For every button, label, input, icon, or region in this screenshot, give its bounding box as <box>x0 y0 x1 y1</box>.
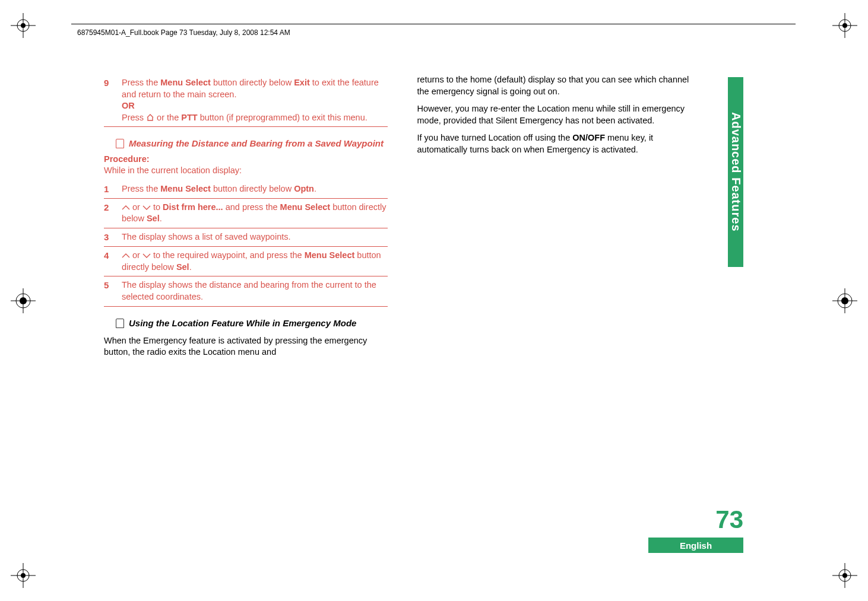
sel-key: Sel <box>176 262 189 272</box>
text: button directly below <box>211 184 294 193</box>
text: The display shows a list of saved waypoi… <box>122 232 291 241</box>
paragraph: returns to the home (default) display so… <box>417 74 701 97</box>
step-body: or to Dist frm here... and press the Men… <box>122 202 388 225</box>
onoff-label: ON/OFF <box>572 133 605 142</box>
menu-select-label: Menu Select <box>160 184 211 193</box>
paragraph: When the Emergency feature is activated … <box>104 335 388 358</box>
step-5: 5 The display shows the distance and bea… <box>104 276 388 306</box>
text: and press the <box>223 202 280 212</box>
text: button directly below <box>211 78 294 87</box>
content-columns: 9 Press the Menu Select button directly … <box>104 74 701 364</box>
procedure-desc: While in the current location display: <box>104 165 388 177</box>
crop-mark-icon <box>11 288 36 313</box>
heading-measuring: Measuring the Distance and Bearing from … <box>116 138 388 150</box>
crop-mark-icon <box>11 563 36 588</box>
step-9: 9 Press the Menu Select button directly … <box>104 74 388 127</box>
step-number: 4 <box>104 250 113 273</box>
exit-key: Exit <box>294 78 310 87</box>
step-body: Press the Menu Select button directly be… <box>122 183 388 195</box>
text: The display shows the distance and beari… <box>122 280 376 301</box>
step-number: 1 <box>104 183 113 195</box>
text: to the required waypoint, and press the <box>151 250 305 260</box>
text: Press <box>122 113 146 122</box>
text: or <box>130 202 142 212</box>
page-number-box: 73 <box>690 505 743 534</box>
down-arrow-icon <box>142 202 151 206</box>
step-number: 2 <box>104 202 113 225</box>
step-body: Press the Menu Select button directly be… <box>122 77 388 123</box>
ptt-label: PTT <box>181 113 197 122</box>
step-body: The display shows a list of saved waypoi… <box>122 231 388 243</box>
right-column: returns to the home (default) display so… <box>417 74 701 364</box>
step-number: 9 <box>104 77 113 123</box>
paragraph: However, you may re-enter the Location m… <box>417 103 701 126</box>
text: button (if preprogrammed) to exit this m… <box>198 113 368 122</box>
text: to <box>151 202 163 212</box>
crop-mark-icon <box>832 563 857 588</box>
down-arrow-icon <box>142 250 151 255</box>
crop-mark-icon <box>832 13 857 38</box>
or-label: OR <box>122 101 135 110</box>
text: Press the <box>122 78 160 87</box>
up-arrow-icon <box>122 202 130 206</box>
step-body: or to the required waypoint, and press t… <box>122 250 388 273</box>
up-arrow-icon <box>122 250 130 255</box>
note-icon <box>116 139 124 148</box>
step-number: 3 <box>104 231 113 243</box>
procedure-label: Procedure: <box>104 154 388 166</box>
step-4: 4 or to the required waypoint, and press… <box>104 247 388 276</box>
header-rule <box>71 24 796 24</box>
language-bar: English <box>648 538 743 553</box>
step-2: 2 or to Dist frm here... and press the M… <box>104 199 388 228</box>
text: . <box>314 184 316 193</box>
page-frame: 6875945M01-A_Full.book Page 73 Tuesday, … <box>71 24 796 575</box>
text: or <box>130 250 142 260</box>
step-number: 5 <box>104 279 113 303</box>
crop-mark-icon <box>832 288 857 313</box>
note-icon <box>116 319 124 328</box>
running-header: 6875945M01-A_Full.book Page 73 Tuesday, … <box>77 28 290 37</box>
section-tab: Advanced Features <box>728 77 743 267</box>
menu-select-label: Menu Select <box>160 78 211 87</box>
heading-text: Using the Location Feature While in Emer… <box>129 317 356 329</box>
dist-key: Dist frm here... <box>163 202 223 212</box>
text: If you have turned Location off using th… <box>417 133 573 142</box>
heading-emergency: Using the Location Feature While in Emer… <box>116 317 388 329</box>
text: . <box>189 262 192 272</box>
home-icon <box>146 113 154 120</box>
heading-text: Measuring the Distance and Bearing from … <box>129 138 384 150</box>
step-3: 3 The display shows a list of saved wayp… <box>104 228 388 247</box>
text: or the <box>154 113 181 122</box>
sel-key: Sel <box>147 214 160 223</box>
step-1: 1 Press the Menu Select button directly … <box>104 180 388 199</box>
menu-select-label: Menu Select <box>305 250 355 260</box>
crop-mark-icon <box>11 13 36 38</box>
step-body: The display shows the distance and beari… <box>122 279 388 303</box>
page-number: 73 <box>690 505 743 534</box>
paragraph: If you have turned Location off using th… <box>417 132 701 155</box>
left-column: 9 Press the Menu Select button directly … <box>104 74 388 364</box>
text: Press the <box>122 184 160 193</box>
optn-key: Optn <box>294 184 314 193</box>
text: . <box>160 214 162 223</box>
menu-select-label: Menu Select <box>280 202 331 212</box>
